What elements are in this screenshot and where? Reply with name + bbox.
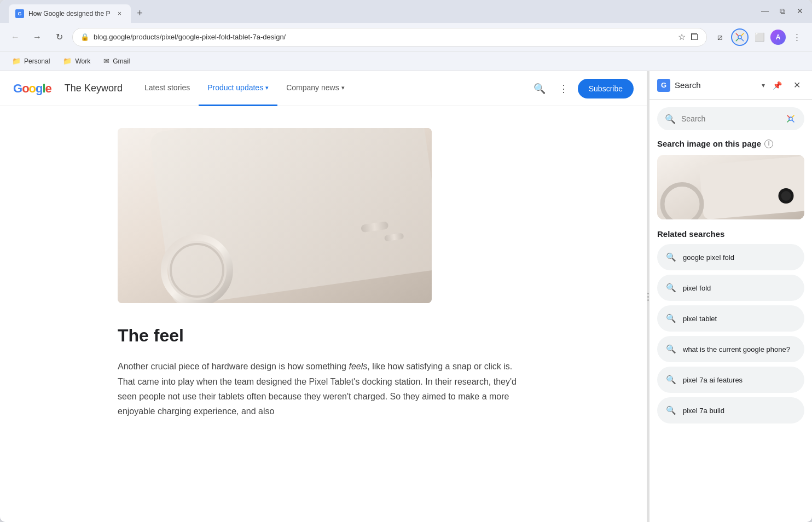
related-item-3[interactable]: 🔍 what is the current google phone?: [657, 336, 804, 362]
site-nav: Latest stories Product updates ▾ Company…: [136, 71, 517, 106]
search-icon: 🔍: [666, 252, 676, 262]
search-icon: 🔍: [666, 405, 676, 415]
panel-body: 🔍 Search image on this page: [649, 100, 812, 522]
subscribe-button[interactable]: Subscribe: [578, 79, 634, 98]
new-tab-button[interactable]: +: [132, 5, 147, 21]
side-panel: G Search ▾ 📌 ✕ 🔍: [649, 71, 812, 522]
svg-point-14: [781, 191, 791, 201]
related-item-0[interactable]: 🔍 google pixel fold: [657, 244, 804, 270]
minimize-button[interactable]: —: [757, 3, 773, 19]
google-logo[interactable]: Google: [13, 82, 51, 96]
svg-rect-12: [699, 155, 804, 219]
lens-icon[interactable]: [785, 113, 797, 125]
site-header: Google The Keyword Latest stories Produc…: [0, 71, 647, 106]
back-button[interactable]: ←: [7, 28, 24, 46]
bookmark-work[interactable]: 📁 Work: [57, 54, 96, 68]
info-icon[interactable]: i: [764, 140, 773, 148]
site-name[interactable]: The Keyword: [65, 83, 123, 94]
folder-icon: 📁: [12, 57, 21, 65]
related-searches-title: Related searches: [657, 229, 804, 239]
bookmarks-bar: 📁 Personal 📁 Work ✉ Gmail: [0, 51, 812, 71]
related-item-5[interactable]: 🔍 pixel 7a build: [657, 397, 804, 424]
tab-bar: G How Google designed the P × + — ⧉ ✕: [0, 0, 812, 23]
search-icon: 🔍: [666, 344, 676, 354]
omnibar: ← → ↻ 🔒 blog.google/products/pixel/googl…: [0, 23, 812, 51]
profile-avatar[interactable]: A: [770, 30, 786, 45]
panel-dropdown-arrow[interactable]: ▾: [762, 82, 765, 89]
article-hero-image: [118, 128, 432, 303]
panel-search-box[interactable]: 🔍: [657, 107, 804, 130]
image-preview[interactable]: [657, 155, 804, 219]
related-item-1[interactable]: 🔍 pixel fold: [657, 275, 804, 301]
browser-window: G How Google designed the P × + — ⧉ ✕ ← …: [0, 0, 812, 522]
url-bar[interactable]: 🔒 blog.google/products/pixel/google-pixe…: [72, 28, 707, 47]
search-box-icon: 🔍: [665, 114, 676, 124]
search-icon: 🔍: [666, 283, 676, 293]
related-item-2[interactable]: 🔍 pixel tablet: [657, 305, 804, 332]
bookmark-gmail[interactable]: ✉ Gmail: [98, 54, 135, 68]
related-item-4[interactable]: 🔍 pixel 7a ai features: [657, 367, 804, 393]
panel-close-button[interactable]: ✕: [789, 78, 804, 93]
chevron-down-icon: ▾: [265, 84, 269, 91]
panel-search-input[interactable]: [681, 114, 779, 123]
search-image-title: Search image on this page i: [657, 139, 804, 148]
article-body: Another crucial piece of hardware design…: [118, 359, 529, 419]
google-icon: G: [657, 79, 670, 92]
bookmark-personal-label: Personal: [24, 57, 50, 65]
chrome-menu-button[interactable]: ⋮: [788, 28, 805, 46]
article-content: The feel Another crucial piece of hardwa…: [105, 106, 542, 451]
nav-latest-stories[interactable]: Latest stories: [136, 71, 199, 106]
website: Google The Keyword Latest stories Produc…: [0, 71, 647, 522]
nav-company-news[interactable]: Company news ▾: [277, 71, 353, 106]
close-button[interactable]: ✕: [792, 3, 808, 19]
forward-button[interactable]: →: [28, 28, 46, 46]
tab-close-button[interactable]: ×: [114, 9, 124, 19]
bookmark-gmail-label: Gmail: [113, 57, 130, 65]
lock-icon: 🔒: [80, 33, 89, 41]
window-controls: — ⧉ ✕: [757, 3, 808, 23]
panel-pin-button[interactable]: 📌: [769, 78, 785, 93]
extension-icon[interactable]: ⧠: [690, 32, 699, 42]
maximize-button[interactable]: ⧉: [775, 3, 790, 19]
panel-title: Search: [675, 80, 757, 90]
nav-product-updates[interactable]: Product updates ▾: [199, 71, 277, 106]
site-search-button[interactable]: 🔍: [530, 79, 549, 98]
google-wordmark: Google: [13, 82, 51, 96]
bookmark-personal[interactable]: 📁 Personal: [7, 54, 55, 68]
search-icon: 🔍: [666, 314, 676, 323]
folder-icon: 📁: [63, 57, 72, 65]
site-actions: 🔍 ⋮ Subscribe: [530, 79, 634, 98]
search-icon: 🔍: [666, 375, 676, 385]
page-area: Google The Keyword Latest stories Produc…: [0, 71, 812, 522]
google-lens-button[interactable]: [731, 28, 749, 46]
gmail-icon: ✉: [103, 57, 109, 65]
browser-buttons: ⧄ ⬜ A ⋮: [711, 28, 805, 46]
extensions-button[interactable]: ⧄: [711, 28, 729, 46]
active-tab[interactable]: G How Google designed the P ×: [9, 4, 131, 23]
split-screen-button[interactable]: ⬜: [751, 28, 768, 46]
article-heading: The feel: [118, 325, 529, 346]
chevron-down-icon: ▾: [341, 84, 345, 91]
url-text: blog.google/products/pixel/google-pixel-…: [94, 33, 674, 41]
tab-title: How Google designed the P: [28, 10, 110, 18]
panel-header: G Search ▾ 📌 ✕: [649, 71, 812, 100]
more-options-button[interactable]: ⋮: [554, 79, 573, 98]
bookmark-work-label: Work: [75, 57, 90, 65]
tab-favicon: G: [15, 9, 24, 18]
bookmark-star-icon[interactable]: ☆: [678, 32, 686, 42]
reload-button[interactable]: ↻: [50, 28, 68, 46]
svg-point-0: [738, 36, 741, 39]
